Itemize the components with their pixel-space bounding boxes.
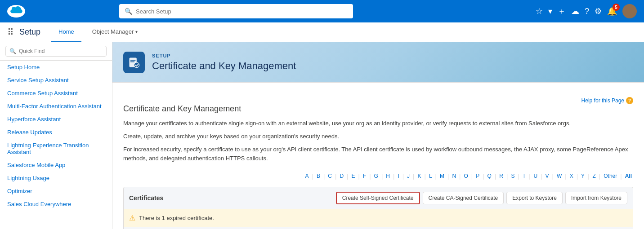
alpha-B[interactable]: B: [315, 172, 322, 180]
alpha-K[interactable]: K: [416, 172, 423, 180]
content-area: Help for this Page ? Certificate and Key…: [112, 83, 644, 229]
create-self-signed-button[interactable]: Create Self-Signed Certificate: [336, 192, 420, 204]
sidebar-item-service-setup[interactable]: Service Setup Assistant: [0, 74, 112, 87]
alpha-Y[interactable]: Y: [580, 172, 586, 180]
favorites-icon[interactable]: ☆: [536, 6, 543, 16]
alpha-M[interactable]: M: [438, 172, 446, 180]
sidebar-item-setup-home[interactable]: Setup Home: [0, 61, 112, 74]
sidebar-item-salesforce-mobile[interactable]: Salesforce Mobile App: [0, 159, 112, 172]
tab-home[interactable]: Home: [51, 22, 81, 42]
page-header: SETUP Certificate and Key Management: [112, 42, 644, 83]
alpha-J[interactable]: J: [406, 172, 411, 180]
alpha-E[interactable]: E: [350, 172, 356, 180]
search-input[interactable]: [136, 8, 348, 15]
description-2: Create, update, and archive your keys ba…: [123, 132, 633, 141]
grid-icon[interactable]: ⠿: [7, 27, 14, 38]
tab-object-manager[interactable]: Object Manager ▾: [85, 22, 145, 42]
certificates-title: Certificates: [129, 194, 163, 202]
search-icon: 🔍: [125, 8, 132, 15]
col-action: Action: [124, 227, 158, 229]
object-manager-chevron-icon: ▾: [135, 29, 138, 34]
help-icon[interactable]: ?: [585, 7, 589, 16]
quick-find-search-icon: 🔍: [9, 48, 16, 54]
header-text: SETUP Certificate and Key Management: [152, 53, 296, 72]
alpha-V[interactable]: V: [544, 172, 550, 180]
quick-find-input[interactable]: [19, 48, 103, 54]
alpha-W[interactable]: W: [555, 172, 563, 180]
help-link[interactable]: Help for this Page ?: [581, 97, 633, 104]
avatar[interactable]: [622, 4, 637, 18]
alpha-S[interactable]: S: [510, 172, 516, 180]
sidebar: 🔍 Setup Home Service Setup Assistant Com…: [0, 42, 112, 229]
alpha-A[interactable]: A: [304, 172, 310, 180]
svg-point-3: [134, 62, 139, 68]
cloud-icon[interactable]: ☁: [571, 6, 579, 16]
svg-rect-2: [130, 61, 134, 62]
alpha-U[interactable]: U: [532, 172, 539, 180]
quick-find-section: 🔍: [0, 42, 112, 61]
alpha-T[interactable]: T: [521, 172, 527, 180]
col-expiration: Expiration Date: [414, 227, 477, 229]
alpha-all[interactable]: All: [624, 172, 633, 180]
sidebar-item-hyperforce[interactable]: Hyperforce Assistant: [0, 113, 112, 126]
create-ca-signed-button[interactable]: Create CA-Signed Certificate: [423, 192, 504, 204]
certificates-table: Action Label ↑ Type Active Key Size Expi…: [124, 227, 633, 229]
certificates-section: Certificates Create Self-Signed Certific…: [123, 187, 633, 229]
alpha-I[interactable]: I: [396, 172, 400, 180]
export-keystore-button[interactable]: Export to Keystore: [506, 192, 563, 204]
col-active: Active: [340, 227, 373, 229]
warning-banner: ⚠ There is 1 expired certificate.: [124, 209, 633, 227]
cert-action-buttons: Create Self-Signed Certificate Create CA…: [336, 192, 627, 204]
alpha-Z[interactable]: Z: [591, 172, 597, 180]
description-1: Manage your certificates to authenticate…: [123, 119, 633, 128]
cert-icon: [123, 52, 145, 73]
description-3: For increased security, specify a certif…: [123, 145, 633, 164]
alpha-Q[interactable]: Q: [486, 172, 493, 180]
sidebar-item-release-updates[interactable]: Release Updates: [0, 126, 112, 139]
col-label: Label ↑: [158, 227, 289, 229]
alpha-other[interactable]: Other: [602, 172, 618, 180]
add-icon[interactable]: ＋: [558, 6, 566, 17]
alpha-C[interactable]: C: [326, 172, 333, 180]
warning-icon: ⚠: [129, 214, 135, 222]
main-content: SETUP Certificate and Key Management Hel…: [112, 42, 644, 229]
sidebar-item-lightning-usage[interactable]: Lightning Usage: [0, 172, 112, 185]
alpha-filter: A | B | C | D | E | F | G | H | I | J |: [123, 167, 633, 183]
alpha-O[interactable]: O: [462, 172, 469, 180]
favorites-dropdown-icon[interactable]: ▾: [548, 6, 552, 16]
alpha-G[interactable]: G: [373, 172, 380, 180]
content-title: Certificate and Key Management: [123, 104, 633, 114]
sidebar-item-optimizer[interactable]: Optimizer: [0, 185, 112, 198]
warning-text: There is 1 expired certificate.: [139, 215, 214, 221]
alpha-L[interactable]: L: [428, 172, 434, 180]
import-keystore-button[interactable]: Import from Keystore: [565, 192, 627, 204]
alpha-X[interactable]: X: [568, 172, 575, 180]
sidebar-item-commerce-setup[interactable]: Commerce Setup Assistant: [0, 87, 112, 100]
sidebar-item-sales-cloud[interactable]: Sales Cloud Everywhere: [0, 198, 112, 211]
setup-label: SETUP: [152, 53, 296, 58]
settings-icon[interactable]: ⚙: [595, 6, 602, 16]
top-nav: 🔍 ☆ ▾ ＋ ☁ ? ⚙ 🔔 5: [0, 0, 644, 22]
main-layout: 🔍 Setup Home Service Setup Assistant Com…: [0, 42, 644, 229]
svg-rect-1: [130, 60, 136, 61]
certificates-header: Certificates Create Self-Signed Certific…: [124, 187, 633, 209]
app-title: Setup: [19, 27, 40, 37]
nav-icons: ☆ ▾ ＋ ☁ ? ⚙ 🔔 5: [536, 4, 637, 18]
notifications-icon[interactable]: 🔔 5: [607, 6, 617, 16]
sidebar-item-mfa[interactable]: Multi-Factor Authentication Assistant: [0, 100, 112, 113]
help-circle-icon: ?: [626, 97, 633, 104]
alpha-F[interactable]: F: [362, 172, 367, 180]
table-header: Action Label ↑ Type Active Key Size Expi…: [124, 227, 633, 229]
sidebar-item-lightning-transition[interactable]: Lightning Experience Transition Assistan…: [0, 139, 112, 159]
search-bar[interactable]: 🔍: [119, 4, 353, 18]
col-keysize: Key Size: [373, 227, 414, 229]
sub-nav: ⠿ Setup Home Object Manager ▾: [0, 22, 644, 42]
alpha-H[interactable]: H: [385, 172, 391, 180]
page-header-title: Certificate and Key Management: [152, 60, 296, 72]
col-exportable: Exportable Private Key: [546, 227, 633, 229]
alpha-N[interactable]: N: [451, 172, 457, 180]
alpha-D[interactable]: D: [338, 172, 345, 180]
alpha-P[interactable]: P: [474, 172, 481, 180]
alpha-R[interactable]: R: [498, 172, 505, 180]
salesforce-logo[interactable]: [7, 5, 25, 18]
